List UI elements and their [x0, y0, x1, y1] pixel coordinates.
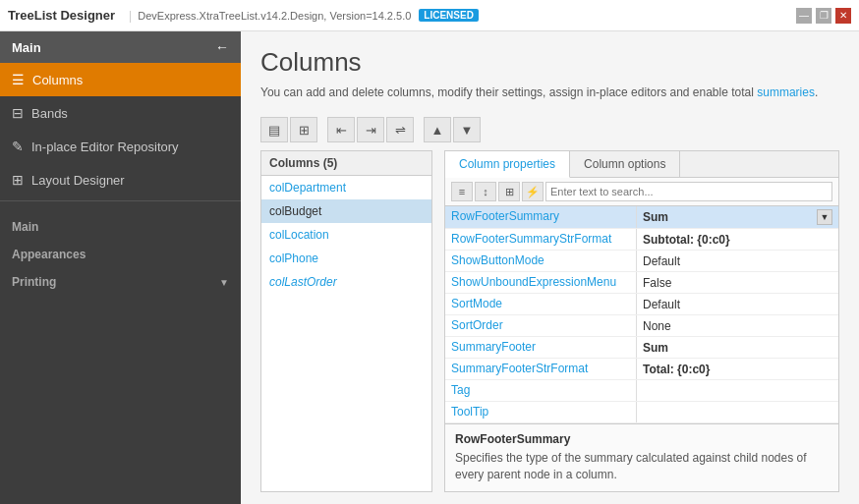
column-item-department[interactable]: colDepartment: [261, 176, 431, 199]
license-badge: LICENSED: [419, 9, 479, 22]
sidebar-item-layout[interactable]: ⊞ Layout Designer: [0, 163, 241, 196]
prop-value-rowfooterstrformat: Subtotal: {0:c0}: [637, 229, 838, 250]
column-list: colDepartment colBudget colLocation colP…: [261, 176, 431, 491]
prop-name-summaryfooterstrformat: SummaryFooterStrFormat: [445, 359, 637, 379]
summaries-link[interactable]: summaries: [757, 85, 815, 99]
sidebar-group-appearances[interactable]: Appearances: [0, 241, 241, 268]
props-search-input[interactable]: [545, 182, 832, 201]
title-bar: TreeList Designer | DevExpress.XtraTreeL…: [0, 0, 859, 31]
sidebar-back-button[interactable]: ←: [215, 39, 229, 55]
move-up-button[interactable]: ▲: [424, 117, 451, 142]
layout-icon: ⊞: [12, 172, 24, 188]
prop-name-rowfooterstrformat: RowFooterSummaryStrFormat: [445, 229, 637, 250]
move-last-button[interactable]: ⇥: [357, 117, 384, 142]
prop-name-tooltip: ToolTip: [445, 402, 637, 422]
prop-value-sortmode: Default: [637, 294, 838, 314]
minimize-button[interactable]: —: [796, 8, 812, 24]
prop-desc-title: RowFooterSummary: [455, 432, 829, 446]
prop-name-sortorder: SortOrder: [445, 315, 637, 336]
column-item-lastorder[interactable]: colLastOrder: [261, 270, 431, 294]
tab-column-properties[interactable]: Column properties: [445, 151, 570, 178]
prop-row-summaryfooter[interactable]: SummaryFooter Sum: [445, 337, 838, 359]
prop-value-sortorder: None: [637, 315, 838, 336]
sidebar-header-label: Main: [12, 40, 41, 55]
editor-repo-icon: ✎: [12, 139, 24, 154]
props-events-btn[interactable]: ⚡: [522, 182, 544, 201]
column-item-budget[interactable]: colBudget: [261, 199, 431, 223]
prop-name-showunboundmenu: ShowUnboundExpressionMenu: [445, 272, 637, 293]
add-column-button[interactable]: ▤: [260, 117, 288, 142]
prop-row-tag[interactable]: Tag: [445, 380, 838, 402]
sidebar-divider: [0, 200, 241, 201]
prop-row-summaryfooterstrformat[interactable]: SummaryFooterStrFormat Total: {0:c0}: [445, 359, 838, 380]
title-separator: |: [129, 9, 132, 23]
content-header: Columns You can add and delete columns, …: [241, 31, 859, 109]
prop-row-sortmode[interactable]: SortMode Default: [445, 294, 838, 315]
prop-row-showunboundmenu[interactable]: ShowUnboundExpressionMenu False: [445, 272, 838, 294]
props-toolbar: ≡ ↕ ⊞ ⚡: [445, 178, 838, 206]
content-area: Columns You can add and delete columns, …: [241, 31, 859, 504]
prop-value-tooltip: [637, 402, 838, 422]
sidebar-item-columns-label: Columns: [32, 73, 83, 87]
prop-name-showbuttonmode: ShowButtonMode: [445, 251, 637, 271]
prop-row-rowfootersummary[interactable]: RowFooterSummary Sum ▼: [445, 206, 838, 229]
swap-button[interactable]: ⇌: [386, 117, 414, 142]
columns-area: Columns (5) colDepartment colBudget colL…: [241, 150, 859, 504]
sidebar-item-bands[interactable]: ⊟ Bands: [0, 96, 241, 130]
sidebar-item-columns[interactable]: ☰ Columns: [0, 63, 241, 96]
columns-icon: ☰: [12, 72, 25, 87]
prop-desc-text: Specifies the type of the summary calcul…: [455, 450, 829, 483]
sidebar-group-appearances-label: Appearances: [12, 248, 86, 261]
props-categorized-btn[interactable]: ≡: [451, 182, 473, 201]
prop-row-rowfooterstrformat[interactable]: RowFooterSummaryStrFormat Subtotal: {0:c…: [445, 229, 838, 251]
sidebar-navigation: ☰ Columns ⊟ Bands ✎ In-place Editor Repo…: [0, 63, 241, 196]
property-grid: RowFooterSummary Sum ▼ RowFooterSummaryS…: [445, 206, 838, 423]
column-list-header: Columns (5): [261, 151, 431, 176]
prop-value-showbuttonmode: Default: [637, 251, 838, 271]
prop-row-showbuttonmode[interactable]: ShowButtonMode Default: [445, 251, 838, 272]
sidebar-group-main-label: Main: [12, 220, 38, 234]
add-column-alt-button[interactable]: ⊞: [290, 117, 317, 142]
main-toolbar: ▤ ⊞ ⇤ ⇥ ⇌ ▲ ▼: [241, 109, 859, 150]
sidebar-item-bands-label: Bands: [31, 106, 68, 121]
sidebar-group-printing-label: Printing: [12, 275, 56, 289]
bands-icon: ⊟: [12, 105, 24, 121]
sidebar-item-layout-label: Layout Designer: [31, 173, 125, 188]
sidebar-item-editor-repo-label: In-place Editor Repository: [31, 140, 179, 154]
content-description: You can add and delete columns, modify t…: [260, 84, 839, 101]
close-button[interactable]: ✕: [835, 8, 851, 24]
move-first-button[interactable]: ⇤: [327, 117, 355, 142]
app-version: DevExpress.XtraTreeList.v14.2.Design, Ve…: [138, 10, 411, 22]
prop-name-summaryfooter: SummaryFooter: [445, 337, 637, 358]
prop-name-rowfootersummary: RowFooterSummary: [445, 206, 637, 228]
sidebar-expand-icon: ▼: [219, 277, 229, 288]
prop-row-sortorder[interactable]: SortOrder None: [445, 315, 838, 337]
sidebar: Main ← ☰ Columns ⊟ Bands ✎ In-place Edit…: [0, 31, 241, 504]
sidebar-group-main[interactable]: Main: [0, 213, 241, 241]
prop-row-tooltip[interactable]: ToolTip: [445, 402, 838, 423]
props-sorted-btn[interactable]: ↕: [475, 182, 496, 201]
prop-value-summaryfooter: Sum: [637, 337, 838, 358]
prop-value-showunboundmenu: False: [637, 272, 838, 293]
column-item-location[interactable]: colLocation: [261, 223, 431, 247]
properties-panel: Column properties Column options ≡ ↕ ⊞ ⚡…: [444, 150, 839, 492]
prop-name-tag: Tag: [445, 380, 637, 401]
props-grid-btn[interactable]: ⊞: [498, 182, 520, 201]
property-description: RowFooterSummary Specifies the type of t…: [445, 423, 838, 491]
move-down-button[interactable]: ▼: [453, 117, 481, 142]
column-list-panel: Columns (5) colDepartment colBudget colL…: [260, 150, 432, 492]
tab-column-options[interactable]: Column options: [570, 151, 680, 177]
sidebar-group-printing[interactable]: Printing ▼: [0, 268, 241, 296]
window-controls: — ❐ ✕: [796, 8, 851, 24]
sidebar-item-editor-repo[interactable]: ✎ In-place Editor Repository: [0, 130, 241, 163]
properties-tabs: Column properties Column options: [445, 151, 838, 178]
prop-value-summaryfooterstrformat: Total: {0:c0}: [637, 359, 838, 379]
restore-button[interactable]: ❐: [816, 8, 831, 24]
prop-value-rowfootersummary: Sum ▼: [637, 206, 838, 228]
sidebar-groups: Main Appearances Printing ▼: [0, 213, 241, 296]
prop-value-tag: [637, 380, 838, 401]
prop-dropdown-rowfootersummary[interactable]: ▼: [817, 209, 832, 225]
column-item-phone[interactable]: colPhone: [261, 247, 431, 270]
page-title: Columns: [260, 47, 839, 78]
prop-name-sortmode: SortMode: [445, 294, 637, 314]
